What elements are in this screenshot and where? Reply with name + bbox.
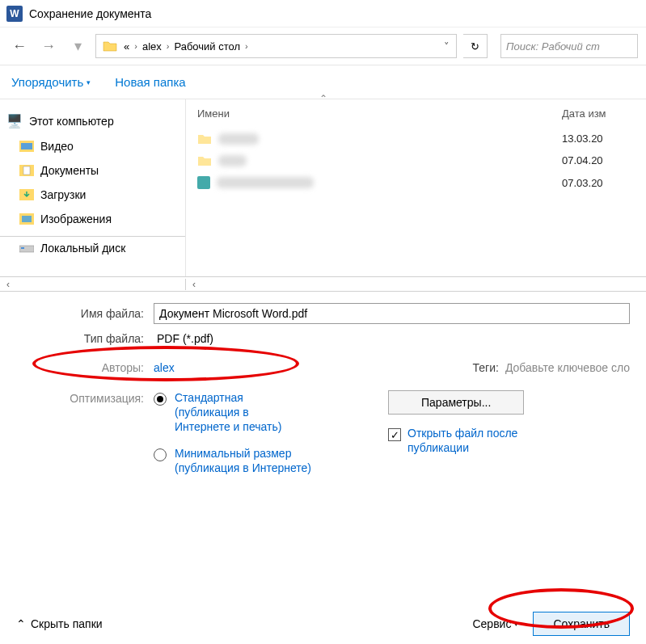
authors-label: Авторы: — [16, 361, 154, 374]
forward-button[interactable]: → — [37, 35, 60, 57]
svg-rect-8 — [21, 247, 24, 249]
pc-icon: 🖥️ — [6, 113, 23, 128]
sidebar-item-local-disk[interactable]: Локальный диск — [0, 236, 185, 260]
chevron-up-icon: ⌃ — [16, 617, 26, 630]
sidebar-item-documents[interactable]: Документы — [0, 158, 185, 183]
footer: ⌃ Скрыть папки Сервис ▾ Сохранить — [0, 612, 646, 636]
sidebar: 🖥️ Этот компьютер Видео Документы Загруз… — [0, 99, 186, 276]
svg-rect-3 — [23, 166, 30, 175]
filename-input[interactable] — [154, 303, 630, 324]
bc-root[interactable]: « — [122, 40, 131, 53]
svg-rect-9 — [197, 176, 210, 189]
sidebar-scroll-left[interactable]: ‹ — [0, 279, 186, 290]
service-dropdown[interactable]: Сервис ▾ — [472, 617, 518, 630]
hide-folders-button[interactable]: ⌃ Скрыть папки — [16, 617, 103, 630]
filetype-row: Тип файла: PDF (*.pdf) — [16, 332, 630, 345]
main-area: ⌃ 🖥️ Этот компьютер Видео Документы Загр… — [0, 99, 646, 277]
col-date[interactable]: Дата изм — [562, 107, 635, 120]
back-button[interactable]: ← — [8, 35, 31, 57]
sidebar-item-this-pc[interactable]: 🖥️ Этот компьютер — [0, 107, 185, 134]
breadcrumb[interactable]: « › alex › Рабочий стол › ˅ — [95, 34, 457, 58]
meta-row: Авторы: alex Теги: Добавьте ключевое сло — [0, 353, 646, 382]
word-icon: W — [6, 6, 23, 22]
scroll-bar-area: ‹ ‹ — [0, 277, 646, 292]
tags-hint[interactable]: Добавьте ключевое сло — [505, 361, 630, 374]
sidebar-item-videos[interactable]: Видео — [0, 134, 185, 158]
chevron-right-icon: › — [131, 41, 141, 51]
filetype-label: Тип файла: — [16, 332, 154, 345]
file-row[interactable]: 07.04.20 — [186, 149, 646, 171]
file-icon — [197, 176, 210, 189]
chevron-down-icon: ▾ — [87, 78, 91, 86]
up-button[interactable]: ▾ — [66, 35, 89, 57]
filename-label: Имя файла: — [16, 307, 154, 320]
filetype-select[interactable]: PDF (*.pdf) — [154, 332, 630, 345]
title-bar: W Сохранение документа — [0, 0, 646, 27]
breadcrumb-dropdown[interactable]: ˅ — [437, 40, 456, 53]
radio-icon — [154, 448, 167, 461]
optimization-label: Оптимизация: — [16, 390, 154, 405]
svg-rect-6 — [22, 216, 32, 222]
bc-user[interactable]: alex — [141, 40, 163, 53]
form-area: Имя файла: Тип файла: PDF (*.pdf) — [0, 292, 646, 345]
disk-icon — [19, 242, 34, 254]
window-title: Сохранение документа — [29, 7, 151, 20]
col-name[interactable]: Имени — [197, 107, 562, 120]
pictures-icon — [19, 213, 34, 225]
search-input[interactable]: Поиск: Рабочий ст — [500, 34, 638, 58]
options-area: Оптимизация: Стандартная (публикация в И… — [0, 382, 646, 491]
file-header: Имени Дата изм — [186, 99, 646, 128]
filename-row: Имя файла: — [16, 303, 630, 324]
bc-desktop[interactable]: Рабочий стол — [172, 40, 242, 53]
folder-icon — [197, 155, 212, 166]
save-button[interactable]: Сохранить — [533, 612, 630, 636]
tags-label: Теги: — [473, 361, 499, 374]
chevron-right-icon: › — [242, 41, 251, 51]
authors-value[interactable]: alex — [154, 361, 175, 374]
open-after-checkbox[interactable]: ✓ Открыть файл после публикации — [388, 426, 553, 455]
folder-icon — [103, 40, 119, 53]
file-row[interactable]: 07.03.20 — [186, 171, 646, 194]
file-pane: Имени Дата изм 13.03.20 07.04.20 07.03.2… — [186, 99, 646, 276]
sidebar-item-pictures[interactable]: Изображения — [0, 207, 185, 231]
refresh-button[interactable]: ↻ — [463, 34, 488, 58]
folder-icon — [197, 133, 212, 145]
videos-icon — [19, 141, 34, 152]
radio-standard[interactable]: Стандартная (публикация в Интернете и пе… — [154, 390, 340, 435]
sidebar-item-downloads[interactable]: Загрузки — [0, 183, 185, 207]
documents-icon — [19, 165, 34, 176]
chevron-down-icon: ▾ — [514, 620, 518, 628]
checkbox-icon: ✓ — [388, 428, 401, 441]
chevron-right-icon: › — [163, 41, 173, 51]
radio-minimal[interactable]: Минимальный размер (публикация в Интерне… — [154, 446, 340, 475]
search-placeholder: Поиск: Рабочий ст — [506, 40, 600, 53]
file-scroll-left[interactable]: ‹ — [186, 279, 196, 290]
radio-icon — [154, 393, 167, 406]
parameters-button[interactable]: Параметры... — [388, 390, 524, 415]
file-row[interactable]: 13.03.20 — [186, 128, 646, 149]
nav-bar: ← → ▾ « › alex › Рабочий стол › ˅ ↻ Поис… — [0, 27, 646, 65]
svg-rect-1 — [21, 143, 32, 149]
downloads-icon — [19, 189, 34, 200]
organize-button[interactable]: Упорядочить▾ — [11, 75, 91, 89]
new-folder-button[interactable]: Новая папка — [115, 75, 185, 89]
